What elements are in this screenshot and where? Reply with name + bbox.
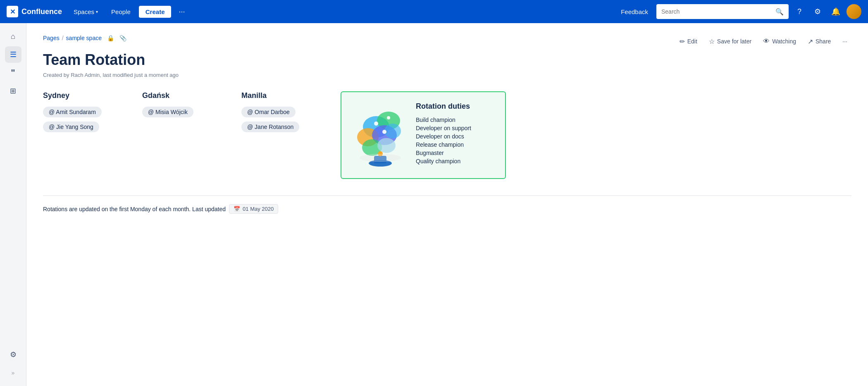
sidebar-collapse-button[interactable]: » bbox=[5, 365, 21, 381]
rotation-duties-list: Build champion Developer on support Deve… bbox=[416, 116, 495, 165]
share-icon: ↗ bbox=[808, 38, 813, 45]
illustration bbox=[351, 102, 409, 168]
breadcrumb-space-link[interactable]: sample space bbox=[66, 35, 102, 41]
svg-point-6 bbox=[377, 138, 396, 153]
date-badge: 📅 01 May 2020 bbox=[229, 204, 278, 214]
duty-item: Developer on docs bbox=[416, 132, 495, 141]
share-button[interactable]: ↗ Share bbox=[804, 35, 835, 48]
gear-icon: ⚙ bbox=[814, 7, 821, 16]
breadcrumb-pages-link[interactable]: Pages bbox=[43, 35, 60, 41]
create-button[interactable]: Create bbox=[139, 6, 172, 18]
mention-misia[interactable]: @ Misia Wójcik bbox=[142, 107, 193, 117]
search-bar: 🔍 bbox=[656, 4, 789, 19]
help-icon: ? bbox=[797, 7, 801, 16]
chevron-down-icon: ▾ bbox=[96, 10, 98, 14]
sidebar-item-pages[interactable]: ☰ bbox=[5, 46, 21, 63]
left-sidebar: ⌂ ☰ " ⊞ ⚙ » bbox=[0, 23, 26, 386]
mention-amit[interactable]: @ Amit Sundaram bbox=[43, 107, 102, 117]
user-avatar[interactable] bbox=[847, 4, 861, 19]
location-title-sydney: Sydney bbox=[43, 91, 126, 100]
footer-date: 01 May 2020 bbox=[243, 206, 274, 212]
main-content: Pages / sample space 🔒 📎 ✏ Edit ☆ Save f… bbox=[26, 23, 868, 386]
sidebar-item-tasks[interactable]: ⊞ bbox=[5, 83, 21, 99]
top-navigation: ✕ Confluence Spaces ▾ People Create ··· … bbox=[0, 0, 868, 23]
home-icon: ⌂ bbox=[11, 32, 15, 41]
save-for-later-button[interactable]: ☆ Save for later bbox=[705, 35, 756, 48]
location-manilla: Manilla @ Omar Darboe @ Jane Rotanson bbox=[241, 91, 324, 136]
page-footer: Rotations are updated on the first Monda… bbox=[43, 195, 851, 214]
rotation-duties-box: Rotation duties Build champion Developer… bbox=[341, 91, 506, 179]
logo-text: Confluence bbox=[21, 7, 62, 16]
star-icon: ☆ bbox=[709, 38, 715, 45]
content-columns: Sydney @ Amit Sundaram @ Jie Yang Song G… bbox=[43, 91, 851, 179]
tasks-icon: ⊞ bbox=[10, 86, 16, 95]
sidebar-item-home[interactable]: ⌂ bbox=[5, 28, 21, 45]
notifications-button[interactable]: 🔔 bbox=[828, 4, 843, 19]
mention-jie[interactable]: @ Jie Yang Song bbox=[43, 122, 99, 132]
restrict-icon[interactable]: 🔒 bbox=[106, 33, 116, 43]
pages-icon: ☰ bbox=[10, 50, 17, 59]
eye-icon: 👁 bbox=[763, 38, 770, 45]
help-button[interactable]: ? bbox=[792, 4, 807, 19]
edit-icon: ✏ bbox=[680, 38, 685, 45]
location-sydney: Sydney @ Amit Sundaram @ Jie Yang Song bbox=[43, 91, 126, 136]
page-meta: Created by Rach Admin, last modified jus… bbox=[43, 72, 851, 78]
breadcrumb-actions: 🔒 📎 bbox=[106, 33, 128, 43]
attach-icon[interactable]: 📎 bbox=[118, 33, 128, 43]
logo-icon: ✕ bbox=[7, 6, 18, 17]
sidebar-item-quotes[interactable]: " bbox=[5, 64, 21, 81]
rotation-duties-text: Rotation duties Build champion Developer… bbox=[416, 102, 495, 168]
svg-point-8 bbox=[387, 116, 390, 119]
more-button[interactable]: ··· bbox=[174, 5, 189, 19]
page-more-button[interactable]: ··· bbox=[838, 36, 851, 47]
svg-point-7 bbox=[374, 122, 378, 126]
spaces-button[interactable]: Spaces ▾ bbox=[69, 6, 103, 18]
svg-point-9 bbox=[382, 130, 386, 134]
chevron-right-icon: » bbox=[12, 369, 15, 376]
location-title-manilla: Manilla bbox=[241, 91, 324, 100]
illustration-svg bbox=[351, 102, 409, 168]
mention-jane[interactable]: @ Jane Rotanson bbox=[241, 122, 299, 132]
search-input[interactable] bbox=[661, 8, 772, 15]
sidebar-item-settings[interactable]: ⚙ bbox=[5, 346, 21, 363]
page-header-actions: ✏ Edit ☆ Save for later 👁 Watching ↗ Sha… bbox=[675, 35, 851, 48]
svg-point-4 bbox=[384, 124, 401, 138]
location-title-gdansk: Gdańsk bbox=[142, 91, 225, 100]
edit-button[interactable]: ✏ Edit bbox=[675, 35, 701, 48]
footer-text: Rotations are updated on the first Monda… bbox=[43, 206, 226, 212]
location-gdansk: Gdańsk @ Misia Wójcik bbox=[142, 91, 225, 122]
quote-icon: " bbox=[11, 67, 15, 78]
settings-icon: ⚙ bbox=[10, 350, 17, 359]
svg-point-13 bbox=[360, 154, 401, 162]
watching-button[interactable]: 👁 Watching bbox=[759, 35, 800, 48]
settings-button[interactable]: ⚙ bbox=[810, 4, 825, 19]
bell-icon: 🔔 bbox=[831, 7, 840, 16]
page-title: Team Rotation bbox=[43, 51, 851, 69]
confluence-logo[interactable]: ✕ Confluence bbox=[7, 6, 62, 17]
duty-item: Bugmaster bbox=[416, 149, 495, 157]
calendar-icon: 📅 bbox=[234, 206, 240, 212]
breadcrumb-row: Pages / sample space 🔒 📎 ✏ Edit ☆ Save f… bbox=[43, 33, 851, 50]
duty-item: Quality champion bbox=[416, 157, 495, 165]
mention-omar[interactable]: @ Omar Darboe bbox=[241, 107, 296, 117]
rotation-duties-title: Rotation duties bbox=[416, 102, 495, 111]
breadcrumb-separator: / bbox=[62, 35, 64, 41]
breadcrumb: Pages / sample space 🔒 📎 bbox=[43, 33, 128, 43]
duty-item: Build champion bbox=[416, 116, 495, 124]
duty-item: Developer on support bbox=[416, 124, 495, 132]
feedback-button[interactable]: Feedback bbox=[616, 6, 653, 18]
people-button[interactable]: People bbox=[106, 6, 136, 18]
duty-item: Release champion bbox=[416, 141, 495, 149]
search-icon: 🔍 bbox=[775, 8, 784, 16]
